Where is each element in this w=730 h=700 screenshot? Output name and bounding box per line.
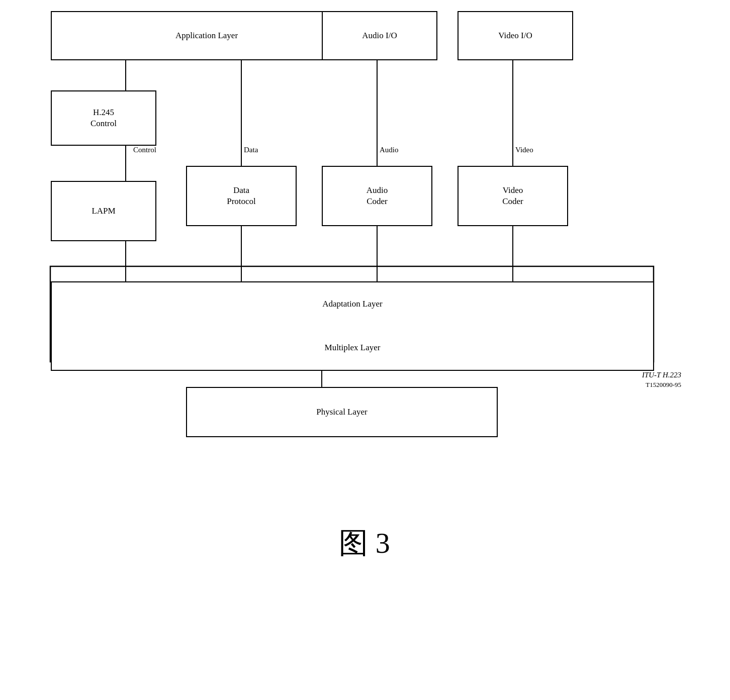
control-label: Control [133, 146, 156, 154]
video-io-label: Video I/O [498, 30, 532, 41]
figure-caption: 图 3 [339, 524, 390, 563]
data-protocol-box: Data Protocol [186, 166, 297, 226]
video-coder-label: Video Coder [502, 185, 523, 207]
audio-coder-label: Audio Coder [367, 185, 388, 207]
itu-label: ITU-T H.223 [642, 371, 681, 379]
adaptation-layer-box: Adaptation Layer [51, 281, 654, 327]
multiplex-layer-label: Multiplex Layer [325, 342, 381, 353]
data-protocol-label: Data Protocol [227, 185, 256, 207]
audio-coder-box: Audio Coder [322, 166, 432, 226]
video-coder-box: Video Coder [458, 166, 568, 226]
audio-label: Audio [380, 146, 399, 154]
multiplex-layer-box: Multiplex Layer [51, 326, 654, 371]
adaptation-layer-label: Adaptation Layer [322, 298, 382, 310]
physical-layer-label: Physical Layer [316, 407, 368, 418]
lapm-label: LAPM [92, 206, 115, 217]
t-label: T1520090-95 [646, 381, 681, 389]
h245-control-box: H.245 Control [51, 90, 156, 146]
lapm-box: LAPM [51, 181, 156, 241]
h245-label: H.245 Control [90, 107, 117, 129]
video-io-box: Video I/O [458, 11, 573, 60]
audio-io-label: Audio I/O [362, 30, 397, 41]
application-layer-label: Application Layer [175, 30, 238, 41]
video-label: Video [515, 146, 533, 154]
data-label: Data [244, 146, 258, 154]
application-layer-box: Application Layer [51, 11, 362, 60]
audio-io-box: Audio I/O [322, 11, 437, 60]
physical-layer-box: Physical Layer [186, 387, 498, 437]
